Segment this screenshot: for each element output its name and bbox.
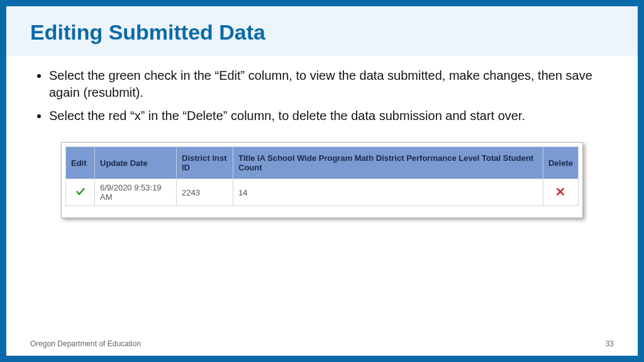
delete-cell[interactable] [543,179,578,206]
table-header-row: Edit Update Date District Inst ID Title … [66,147,579,179]
col-header-district-inst-id: District Inst ID [177,147,233,179]
table-row: 6/9/2020 9:53:19 AM 2243 14 [66,179,579,206]
slide-body: Editing Submitted Data Select the green … [6,6,638,356]
footer-org: Oregon Department of Education [30,339,141,348]
green-check-icon [75,187,86,197]
cell-district-inst-id: 2243 [177,179,233,206]
col-header-edit: Edit [66,147,95,179]
submissions-table: Edit Update Date District Inst ID Title … [65,146,579,206]
bullet-item: Select the green check in the “Edit” col… [49,67,609,101]
col-header-delete: Delete [543,147,578,179]
bullet-item: Select the red “x” in the “Delete” colum… [49,107,609,124]
col-header-count: Title IA School Wide Program Math Distri… [233,147,543,179]
cell-update-date: 6/9/2020 9:53:19 AM [95,179,177,206]
data-table-frame: Edit Update Date District Inst ID Title … [61,142,583,218]
bullet-list: Select the green check in the “Edit” col… [35,67,609,124]
cell-count: 14 [233,179,543,206]
col-header-update-date: Update Date [95,147,177,179]
footer-page-number: 33 [606,339,614,348]
slide-border: Editing Submitted Data Select the green … [0,0,644,362]
edit-cell[interactable] [66,179,95,206]
slide-footer: Oregon Department of Education 33 [30,339,614,348]
red-x-icon [555,187,565,197]
content-area: Select the green check in the “Edit” col… [6,56,638,356]
slide-title: Editing Submitted Data [30,20,614,45]
title-band: Editing Submitted Data [6,6,638,56]
